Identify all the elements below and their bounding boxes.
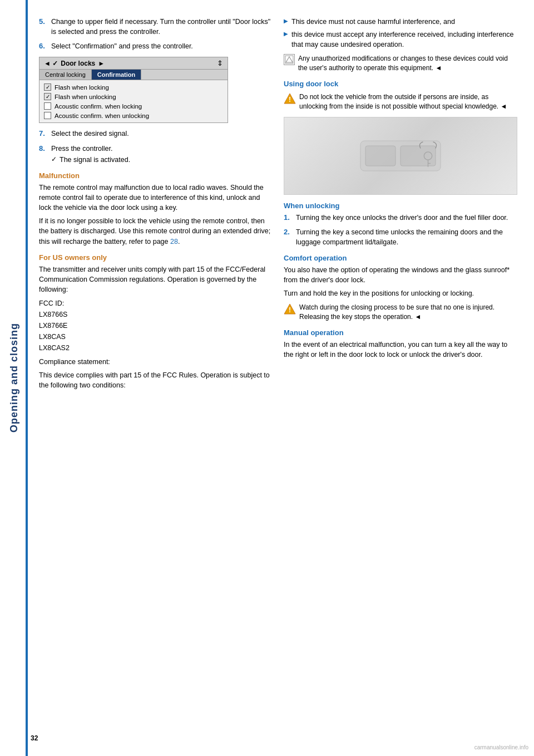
door-locks-tabs: Central locking Confirmation xyxy=(39,70,228,80)
option-acoustic-locking: Acoustic confirm. when locking xyxy=(44,101,223,111)
tab-central-locking: Central locking xyxy=(39,70,92,80)
step-5-number: 5. xyxy=(39,17,48,37)
note-icon xyxy=(284,54,295,65)
checkbox-flash-locking: ✓ xyxy=(44,84,51,91)
bullet-item-2: ▶ this device must accept any interferen… xyxy=(284,30,517,50)
tab-confirmation: Confirmation xyxy=(92,70,141,80)
for-us-owners-text: The transmitter and receiver units compl… xyxy=(39,264,273,294)
warning-icon-1: ! xyxy=(284,92,296,105)
step-5-text: Change to upper field if necessary. Turn… xyxy=(51,17,273,37)
malfunction-text2: If it is no longer possible to lock the … xyxy=(39,216,273,246)
option-flash-locking: ✓ Flash when locking xyxy=(44,82,223,92)
step-8-text: Press the controller. xyxy=(51,145,112,153)
page-number: 32 xyxy=(31,734,38,742)
comfort-text1: You also have the option of operating th… xyxy=(284,265,517,285)
warning-box-1: ! Do not lock the vehicle from the outsi… xyxy=(284,92,517,111)
left-column: 5. Change to upper field if necessary. T… xyxy=(39,17,273,739)
step-5: 5. Change to upper field if necessary. T… xyxy=(39,17,273,37)
manual-operation-heading: Manual operation xyxy=(284,328,517,337)
main-content: 5. Change to upper field if necessary. T… xyxy=(28,0,534,756)
compliance-heading: Compliance statement: xyxy=(39,357,273,367)
door-locks-title: ◄ ✓ Door locks ► xyxy=(44,60,105,67)
warning-icon-2: ! xyxy=(284,303,296,315)
step-7-text: Select the desired signal. xyxy=(51,129,129,139)
unlock-step-1-number: 1. xyxy=(284,213,293,223)
step-8: 8. Press the controller. ✓ The signal is… xyxy=(39,144,273,165)
using-door-lock-heading: Using door lock xyxy=(284,80,517,88)
when-unlocking-heading: When unlocking xyxy=(284,202,517,210)
step-6: 6. Select "Confirmation" and press the c… xyxy=(39,41,273,51)
right-column: ▶ This device must not cause harmful int… xyxy=(284,17,517,739)
svg-text:!: ! xyxy=(289,306,291,314)
option-acoustic-unlocking: Acoustic confirm. when unlocking xyxy=(44,111,223,120)
unlock-step-1-text: Turning the key once unlocks the driver'… xyxy=(296,213,508,223)
door-locks-header: ◄ ✓ Door locks ► ⇕ xyxy=(39,57,228,70)
bullet-text-1: This device must not cause harmful inter… xyxy=(291,17,455,27)
svg-text:!: ! xyxy=(289,96,291,104)
step-8-number: 8. xyxy=(39,144,48,165)
bullet-triangle-2: ▶ xyxy=(284,31,288,37)
car-image xyxy=(284,117,517,195)
unlock-step-1: 1. Turning the key once unlocks the driv… xyxy=(284,213,517,223)
warning-text-1: Do not lock the vehicle from the outside… xyxy=(299,92,517,111)
unlock-step-2-text: Turning the key a second time unlocks th… xyxy=(296,227,517,247)
page-link-28[interactable]: 28 xyxy=(170,238,178,246)
warning-box-2: ! Watch during the closing process to be… xyxy=(284,303,517,322)
fcc-ids: FCC ID:LX8766SLX8766ELX8CASLX8CAS2 xyxy=(39,298,273,354)
checkbox-flash-unlocking: ✓ xyxy=(44,93,51,100)
door-locks-options: ✓ Flash when locking ✓ Flash when unlock… xyxy=(39,80,228,122)
comfort-operation-heading: Comfort operation xyxy=(284,254,517,262)
manual-text: In the event of an electrical malfunctio… xyxy=(284,340,517,360)
note-box: Any unauthorized modifications or change… xyxy=(284,54,517,73)
step-6-number: 6. xyxy=(39,41,48,51)
compliance-text: This device complies with part 15 of the… xyxy=(39,370,273,390)
checkbox-acoustic-locking xyxy=(44,102,51,110)
sidebar-blue-bar xyxy=(26,0,28,756)
step-6-text: Select "Confirmation" and press the cont… xyxy=(51,41,193,51)
bullet-triangle-1: ▶ xyxy=(284,18,288,24)
step-7-number: 7. xyxy=(39,129,48,139)
checkbox-acoustic-unlocking xyxy=(44,112,51,119)
door-locks-title-text: Door locks xyxy=(61,60,95,67)
step-8-sub: The signal is activated. xyxy=(60,155,130,165)
chapter-title: Opening and closing xyxy=(8,323,20,433)
unlock-step-2: 2. Turning the key a second time unlocks… xyxy=(284,227,517,247)
bullet-text-2: this device must accept any interference… xyxy=(291,30,517,50)
svg-rect-5 xyxy=(365,146,395,166)
step-7: 7. Select the desired signal. xyxy=(39,129,273,139)
svg-marker-1 xyxy=(286,57,293,62)
malfunction-heading: Malfunction xyxy=(39,171,273,180)
door-locks-ui: ◄ ✓ Door locks ► ⇕ Central locking Confi… xyxy=(39,57,228,123)
bullet-item-1: ▶ This device must not cause harmful int… xyxy=(284,17,517,27)
option-flash-unlocking: ✓ Flash when unlocking xyxy=(44,92,223,101)
watermark: carmanualsonline.info xyxy=(474,744,528,750)
svg-rect-6 xyxy=(400,146,436,166)
comfort-warning-text: Watch during the closing process to be s… xyxy=(299,303,517,322)
comfort-text2: Turn and hold the key in the positions f… xyxy=(284,288,517,298)
unlock-step-2-number: 2. xyxy=(284,227,293,247)
for-us-owners-heading: For US owners only xyxy=(39,253,273,262)
note-text: Any unauthorized modifications or change… xyxy=(298,54,517,73)
sidebar: Opening and closing xyxy=(0,0,28,756)
malfunction-text1: The remote control may malfunction due t… xyxy=(39,183,273,213)
